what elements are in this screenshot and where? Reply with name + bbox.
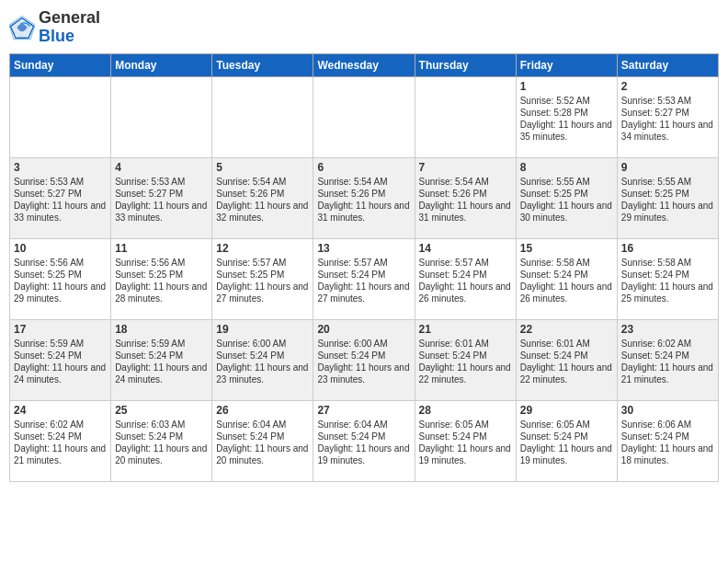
calendar-cell: 22Sunrise: 6:01 AMSunset: 5:24 PMDayligh… <box>516 319 617 400</box>
day-info-line: Sunset: 5:24 PM <box>419 431 512 442</box>
day-number: 28 <box>419 404 512 417</box>
day-number: 29 <box>520 404 613 417</box>
logo-text: General Blue <box>39 9 100 46</box>
day-info-line: Daylight: 11 hours and 23 minutes. <box>216 362 309 385</box>
day-info-line: Daylight: 11 hours and 21 minutes. <box>14 442 107 466</box>
day-info-line: Sunset: 5:24 PM <box>14 431 107 442</box>
calendar-cell <box>10 76 111 157</box>
day-number: 26 <box>216 404 309 417</box>
calendar-cell: 27Sunrise: 6:04 AMSunset: 5:24 PMDayligh… <box>313 400 415 481</box>
weekday-header-saturday: Saturday <box>617 53 718 76</box>
day-info-line: Sunrise: 5:59 AM <box>14 338 107 350</box>
day-number: 30 <box>621 404 714 417</box>
day-info-line: Sunrise: 6:02 AM <box>621 338 714 350</box>
day-info-line: Daylight: 11 hours and 31 minutes. <box>317 200 410 224</box>
calendar-cell: 15Sunrise: 5:58 AMSunset: 5:24 PMDayligh… <box>516 238 617 319</box>
day-info-line: Sunset: 5:24 PM <box>216 350 309 362</box>
calendar-cell: 18Sunrise: 5:59 AMSunset: 5:24 PMDayligh… <box>111 319 212 400</box>
day-number: 16 <box>621 242 714 255</box>
calendar-cell: 26Sunrise: 6:04 AMSunset: 5:24 PMDayligh… <box>212 400 313 481</box>
day-info-line: Sunrise: 5:57 AM <box>216 257 309 269</box>
day-info-line: Daylight: 11 hours and 22 minutes. <box>419 362 512 385</box>
day-info-line: Sunrise: 5:55 AM <box>520 176 613 188</box>
day-number: 13 <box>317 242 410 255</box>
day-info-line: Daylight: 11 hours and 23 minutes. <box>317 362 410 385</box>
day-info-line: Daylight: 11 hours and 28 minutes. <box>115 281 208 304</box>
day-info-line: Sunrise: 5:57 AM <box>317 257 410 269</box>
day-info-line: Sunrise: 5:56 AM <box>14 257 107 269</box>
weekday-header-monday: Monday <box>111 53 212 76</box>
day-info-line: Sunset: 5:25 PM <box>216 269 309 281</box>
day-info-line: Daylight: 11 hours and 24 minutes. <box>115 362 208 385</box>
calendar-cell: 25Sunrise: 6:03 AMSunset: 5:24 PMDayligh… <box>111 400 212 481</box>
day-number: 18 <box>115 323 208 336</box>
calendar-cell: 4Sunrise: 5:53 AMSunset: 5:27 PMDaylight… <box>111 157 212 238</box>
day-info-line: Daylight: 11 hours and 27 minutes. <box>317 281 410 304</box>
day-info-line: Daylight: 11 hours and 35 minutes. <box>520 119 613 143</box>
logo: General Blue <box>9 9 100 46</box>
day-info-line: Sunset: 5:24 PM <box>621 350 714 362</box>
calendar-week-row: 24Sunrise: 6:02 AMSunset: 5:24 PMDayligh… <box>10 400 719 481</box>
day-info-line: Sunset: 5:26 PM <box>419 188 512 200</box>
weekday-header-sunday: Sunday <box>10 53 111 76</box>
calendar-cell <box>415 76 516 157</box>
day-number: 11 <box>115 242 208 255</box>
day-info-line: Daylight: 11 hours and 21 minutes. <box>621 362 714 385</box>
day-info-line: Daylight: 11 hours and 34 minutes. <box>621 119 714 143</box>
weekday-header-wednesday: Wednesday <box>313 53 415 76</box>
day-number: 7 <box>419 161 512 174</box>
day-info-line: Sunrise: 6:00 AM <box>317 338 410 350</box>
calendar-cell <box>212 76 313 157</box>
day-info-line: Daylight: 11 hours and 26 minutes. <box>520 281 613 304</box>
day-info-line: Sunset: 5:24 PM <box>115 431 208 442</box>
day-info-line: Sunrise: 5:59 AM <box>115 338 208 350</box>
day-info-line: Sunrise: 6:04 AM <box>317 419 410 431</box>
calendar-cell: 23Sunrise: 6:02 AMSunset: 5:24 PMDayligh… <box>617 319 718 400</box>
weekday-header-thursday: Thursday <box>415 53 516 76</box>
day-info-line: Daylight: 11 hours and 22 minutes. <box>520 362 613 385</box>
calendar-cell: 5Sunrise: 5:54 AMSunset: 5:26 PMDaylight… <box>212 157 313 238</box>
calendar-cell <box>313 76 415 157</box>
calendar-cell: 16Sunrise: 5:58 AMSunset: 5:24 PMDayligh… <box>617 238 718 319</box>
day-info-line: Sunrise: 5:55 AM <box>621 176 714 188</box>
calendar-cell: 30Sunrise: 6:06 AMSunset: 5:24 PMDayligh… <box>617 400 718 481</box>
day-info-line: Sunrise: 5:54 AM <box>317 176 410 188</box>
day-info-line: Sunset: 5:24 PM <box>14 350 107 362</box>
day-info-line: Sunrise: 5:52 AM <box>520 95 613 107</box>
calendar-cell: 8Sunrise: 5:55 AMSunset: 5:25 PMDaylight… <box>516 157 617 238</box>
day-info-line: Daylight: 11 hours and 26 minutes. <box>419 281 512 304</box>
day-number: 10 <box>14 242 107 255</box>
day-info-line: Sunrise: 5:53 AM <box>115 176 208 188</box>
day-info-line: Sunrise: 6:06 AM <box>621 419 714 431</box>
day-info-line: Sunset: 5:24 PM <box>419 350 512 362</box>
day-info-line: Sunset: 5:24 PM <box>317 350 410 362</box>
day-number: 14 <box>419 242 512 255</box>
day-info-line: Sunset: 5:24 PM <box>520 431 613 442</box>
day-info-line: Daylight: 11 hours and 19 minutes. <box>419 442 512 466</box>
day-info-line: Sunset: 5:26 PM <box>317 188 410 200</box>
day-number: 19 <box>216 323 309 336</box>
day-info-line: Sunset: 5:26 PM <box>216 188 309 200</box>
day-info-line: Daylight: 11 hours and 29 minutes. <box>14 281 107 304</box>
day-number: 1 <box>520 80 613 93</box>
day-number: 17 <box>14 323 107 336</box>
calendar-cell: 3Sunrise: 5:53 AMSunset: 5:27 PMDaylight… <box>10 157 111 238</box>
calendar-cell: 21Sunrise: 6:01 AMSunset: 5:24 PMDayligh… <box>415 319 516 400</box>
day-info-line: Sunset: 5:24 PM <box>317 431 410 442</box>
day-info-line: Sunrise: 6:02 AM <box>14 419 107 431</box>
day-number: 5 <box>216 161 309 174</box>
day-number: 9 <box>621 161 714 174</box>
day-info-line: Sunset: 5:27 PM <box>14 188 107 200</box>
day-info-line: Sunrise: 5:56 AM <box>115 257 208 269</box>
calendar-cell: 7Sunrise: 5:54 AMSunset: 5:26 PMDaylight… <box>415 157 516 238</box>
calendar-cell: 13Sunrise: 5:57 AMSunset: 5:24 PMDayligh… <box>313 238 415 319</box>
day-info-line: Daylight: 11 hours and 32 minutes. <box>216 200 309 224</box>
calendar-cell <box>111 76 212 157</box>
day-number: 22 <box>520 323 613 336</box>
day-info-line: Daylight: 11 hours and 25 minutes. <box>621 281 714 304</box>
day-info-line: Sunset: 5:24 PM <box>520 269 613 281</box>
calendar-table: SundayMondayTuesdayWednesdayThursdayFrid… <box>9 53 719 482</box>
day-number: 2 <box>621 80 714 93</box>
day-info-line: Sunset: 5:24 PM <box>317 269 410 281</box>
day-info-line: Sunset: 5:27 PM <box>621 107 714 119</box>
